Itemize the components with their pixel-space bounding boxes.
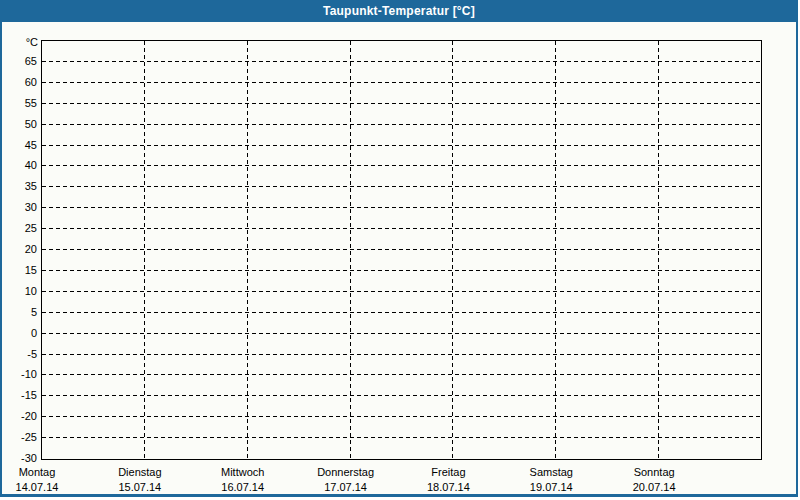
y-tick-label: 20 (2, 243, 37, 255)
y-tick-label: 35 (2, 180, 37, 192)
v-gridline (350, 41, 351, 459)
y-tick-label: 65 (2, 55, 37, 67)
x-date-label: 17.07.14 (304, 481, 388, 493)
h-gridline (42, 270, 760, 271)
v-gridline (658, 41, 659, 459)
h-gridline (42, 207, 760, 208)
y-tick-label: -10 (2, 368, 37, 380)
v-gridline (144, 41, 145, 459)
x-date-label: 20.07.14 (612, 481, 696, 493)
y-tick-label: 40 (2, 159, 37, 171)
y-tick-label: 0 (2, 327, 37, 339)
x-day-label: Freitag (406, 466, 490, 478)
y-tick-label: 15 (2, 264, 37, 276)
h-gridline (42, 165, 760, 166)
h-gridline (42, 312, 760, 313)
y-tick-label: 10 (2, 285, 37, 297)
window-title-bar: Taupunkt-Temperatur [°C] (2, 0, 796, 22)
h-gridline (42, 145, 760, 146)
x-day-label: Dienstag (98, 466, 182, 478)
h-gridline (42, 124, 760, 125)
h-gridline (42, 186, 760, 187)
h-gridline (42, 374, 760, 375)
y-tick-label: 60 (2, 76, 37, 88)
y-tick-label: 30 (2, 201, 37, 213)
h-gridline (42, 82, 760, 83)
y-tick-label: -5 (2, 348, 37, 360)
x-day-label: Mittwoch (201, 466, 285, 478)
h-gridline (42, 437, 760, 438)
v-gridline (555, 41, 556, 459)
y-tick-label: 45 (2, 139, 37, 151)
y-tick-label: 5 (2, 306, 37, 318)
h-gridline (42, 354, 760, 355)
h-gridline (42, 61, 760, 62)
h-gridline (42, 103, 760, 104)
h-gridline (42, 333, 760, 334)
x-day-label: Montag (0, 466, 79, 478)
y-tick-label: -20 (2, 410, 37, 422)
y-tick-label: 55 (2, 97, 37, 109)
y-tick-label: 25 (2, 222, 37, 234)
y-tick-label: -25 (2, 431, 37, 443)
x-date-label: 19.07.14 (509, 481, 593, 493)
x-date-label: 16.07.14 (201, 481, 285, 493)
h-gridline (42, 228, 760, 229)
x-day-label: Samstag (509, 466, 593, 478)
x-day-label: Donnerstag (304, 466, 388, 478)
x-date-label: 18.07.14 (406, 481, 490, 493)
y-tick-label: 50 (2, 118, 37, 130)
y-axis-unit-label: °C (2, 36, 38, 48)
x-date-label: 14.07.14 (0, 481, 79, 493)
h-gridline (42, 395, 760, 396)
x-date-label: 15.07.14 (98, 481, 182, 493)
h-gridline (42, 416, 760, 417)
chart-window: Taupunkt-Temperatur [°C] °C 656055504540… (0, 0, 798, 497)
y-tick-label: -15 (2, 389, 37, 401)
h-gridline (42, 249, 760, 250)
h-gridline (42, 291, 760, 292)
y-tick-label: -30 (2, 452, 37, 464)
v-gridline (247, 41, 248, 459)
v-gridline (452, 41, 453, 459)
x-day-label: Sonntag (612, 466, 696, 478)
